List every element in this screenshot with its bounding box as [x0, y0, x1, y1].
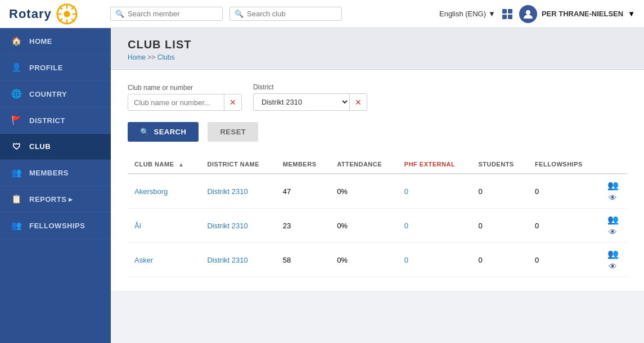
search-button-icon: 🔍 — [140, 128, 150, 136]
cell-fellowships-0: 0 — [528, 174, 598, 209]
cell-actions-0: 👥 👁 — [598, 174, 627, 209]
search-member-box[interactable]: 🔍 — [110, 7, 223, 21]
sidebar-label-profile: PROFILE — [29, 64, 63, 72]
district-link-2[interactable]: Distrikt 2310 — [207, 256, 247, 264]
sidebar-item-members[interactable]: 👥 MEMBERS — [0, 160, 111, 186]
sidebar-icon-home: 🏠 — [11, 36, 22, 46]
cell-club-name-1: Ål — [128, 209, 200, 243]
club-name-link-0[interactable]: Akersborg — [134, 187, 168, 196]
button-row: 🔍 SEARCH RESET — [128, 122, 627, 142]
district-select[interactable]: Distrikt 2310 All Districts — [254, 94, 349, 110]
col-fellowships: FELLOWSHIPS — [528, 155, 598, 174]
cell-members-0: 47 — [276, 174, 330, 209]
sidebar-item-country[interactable]: 🌐 COUNTRY — [0, 81, 111, 107]
district-link-1[interactable]: Distrikt 2310 — [207, 222, 247, 230]
district-link-0[interactable]: Distrikt 2310 — [207, 187, 247, 196]
view-icon-2[interactable]: 👁 — [609, 261, 617, 271]
user-name: PER THRANE-NIELSEN — [542, 10, 623, 18]
cell-district-2: Distrikt 2310 — [200, 243, 276, 277]
user-area[interactable]: PER THRANE-NIELSEN ▼ — [519, 5, 635, 23]
action-icons-0: 👥 👁 — [605, 180, 620, 202]
search-club-box[interactable]: 🔍 — [229, 7, 342, 21]
clubs-table: CLUB NAME ▲ DISTRICT NAME MEMBERS ATTEND… — [128, 155, 627, 277]
sidebar-item-club[interactable]: 🛡 CLUB — [0, 134, 111, 160]
header: Rotary 🔍 🔍 E — [0, 0, 644, 28]
club-name-link-2[interactable]: Asker — [134, 256, 153, 264]
sidebar-icon-reports: 📋 — [11, 194, 22, 204]
col-actions — [598, 155, 627, 174]
reset-button-label: RESET — [220, 128, 246, 136]
cell-district-1: Distrikt 2310 — [200, 209, 276, 243]
sidebar-label-members: MEMBERS — [29, 169, 69, 177]
cell-fellowships-1: 0 — [528, 209, 598, 243]
club-name-input-wrap: ✕ — [128, 94, 242, 111]
sidebar-label-country: COUNTRY — [29, 90, 67, 98]
breadcrumb-separator: >> — [147, 53, 157, 61]
cell-actions-2: 👥 👁 — [598, 243, 627, 277]
action-icons-2: 👥 👁 — [605, 249, 620, 271]
content-area: Club name or number ✕ District Distrikt … — [111, 70, 644, 291]
view-icon-1[interactable]: 👁 — [609, 227, 617, 237]
sort-arrow-icon[interactable]: ▲ — [178, 161, 184, 168]
sidebar-label-club: CLUB — [29, 142, 51, 151]
rotary-logo-icon — [56, 3, 78, 25]
table-row: Akersborg Distrikt 2310 47 0% 0 0 0 👥 👁 — [128, 174, 627, 209]
sidebar-item-fellowships[interactable]: 👥 FELLOWSHIPS — [0, 213, 111, 239]
sidebar-icon-fellowships: 👥 — [11, 220, 22, 231]
table-row: Asker Distrikt 2310 58 0% 0 0 0 👥 👁 — [128, 243, 627, 277]
svg-point-1 — [64, 11, 70, 17]
avatar — [519, 5, 537, 23]
sidebar-icon-members: 👥 — [11, 168, 22, 178]
cell-students-0: 0 — [471, 174, 528, 209]
sidebar-label-fellowships: FELLOWSHIPS — [29, 222, 85, 230]
page-title-bar: CLUB LIST Home >> Clubs — [111, 28, 644, 70]
breadcrumb-current[interactable]: Clubs — [157, 53, 175, 61]
search-area: 🔍 🔍 — [110, 7, 439, 21]
sidebar-item-home[interactable]: 🏠 HOME — [0, 28, 111, 55]
svg-point-10 — [526, 10, 530, 15]
sidebar-item-district[interactable]: 🚩 DISTRICT — [0, 107, 111, 134]
search-member-input[interactable] — [128, 10, 218, 18]
search-club-input[interactable] — [247, 10, 337, 18]
filter-row: Club name or number ✕ District Distrikt … — [128, 83, 627, 111]
district-select-wrap: Distrikt 2310 All Districts ✕ — [253, 93, 367, 111]
language-selector[interactable]: English (ENG) ▼ — [439, 10, 496, 18]
search-member-icon: 🔍 — [115, 10, 124, 18]
lang-chevron-icon: ▼ — [488, 10, 496, 18]
search-button[interactable]: 🔍 SEARCH — [128, 122, 199, 142]
cell-phf-2: 0 — [398, 243, 472, 277]
sidebar: 🏠 HOME 👤 PROFILE 🌐 COUNTRY 🚩 DISTRICT 🛡 … — [0, 28, 111, 343]
action-icons-1: 👥 👁 — [605, 214, 620, 237]
sidebar-item-reports[interactable]: 📋 REPORTS ▸ — [0, 186, 111, 213]
breadcrumb-home[interactable]: Home — [128, 53, 146, 61]
sidebar-item-profile[interactable]: 👤 PROFILE — [0, 55, 111, 81]
members-icon-1[interactable]: 👥 — [607, 214, 619, 225]
table-row: Ål Distrikt 2310 23 0% 0 0 0 👥 👁 — [128, 209, 627, 243]
cell-students-2: 0 — [471, 243, 528, 277]
cell-fellowships-2: 0 — [528, 243, 598, 277]
cell-members-1: 23 — [276, 209, 330, 243]
breadcrumb: Home >> Clubs — [128, 53, 627, 61]
cell-district-0: Distrikt 2310 — [200, 174, 276, 209]
club-name-clear-button[interactable]: ✕ — [224, 94, 241, 110]
table-body: Akersborg Distrikt 2310 47 0% 0 0 0 👥 👁 … — [128, 174, 627, 277]
cell-club-name-0: Akersborg — [128, 174, 200, 209]
col-club-name: CLUB NAME ▲ — [128, 155, 200, 174]
table-container: CLUB NAME ▲ DISTRICT NAME MEMBERS ATTEND… — [128, 155, 627, 277]
district-filter-group: District Distrikt 2310 All Districts ✕ — [253, 83, 367, 111]
search-club-icon: 🔍 — [235, 10, 244, 18]
main-content: CLUB LIST Home >> Clubs Club name or num… — [111, 28, 644, 343]
language-label: English (ENG) — [439, 10, 486, 18]
reset-button[interactable]: RESET — [208, 122, 258, 142]
grid-icon[interactable] — [502, 9, 512, 19]
view-icon-0[interactable]: 👁 — [609, 193, 617, 202]
logo-area: Rotary — [9, 3, 110, 25]
club-name-input[interactable] — [128, 95, 224, 110]
page-title: CLUB LIST — [128, 38, 627, 51]
district-clear-button[interactable]: ✕ — [349, 94, 367, 110]
members-icon-2[interactable]: 👥 — [607, 249, 619, 259]
club-name-link-1[interactable]: Ål — [134, 222, 141, 230]
members-icon-0[interactable]: 👥 — [607, 180, 619, 191]
cell-phf-1: 0 — [398, 209, 472, 243]
header-right: English (ENG) ▼ PER THRANE-NIELSEN ▼ — [439, 5, 635, 23]
